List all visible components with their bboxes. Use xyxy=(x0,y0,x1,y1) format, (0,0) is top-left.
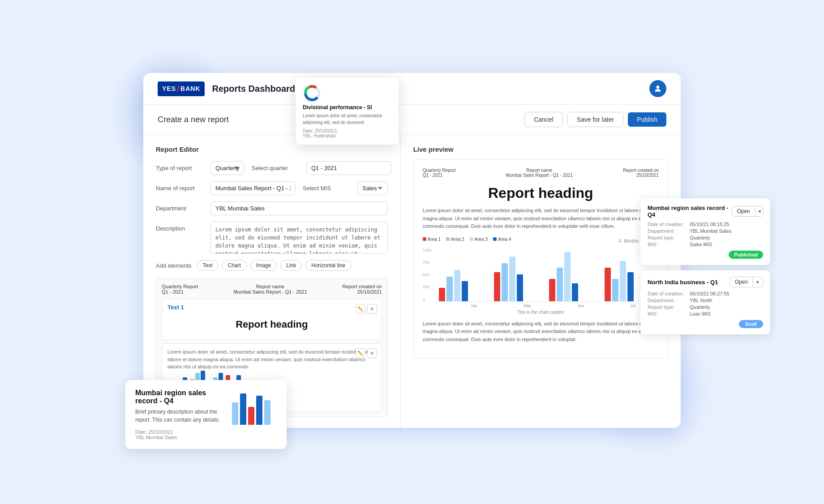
date-creation-row: Date of creation: 05/10/21 08:15:25 xyxy=(648,222,763,227)
side-card-mumbai: Mumbai region sales record - Q4 Open ▼ D… xyxy=(640,198,770,265)
chart-block-actions: ✏️ ✕ xyxy=(356,348,377,358)
cancel-button[interactable]: Cancel xyxy=(524,112,563,127)
description-label: Description xyxy=(156,222,205,232)
side-card-north: North India business - Q1 Open ▼ Date of… xyxy=(640,270,770,334)
tooltip-card: Divisional performance - SI Lorem ipsum … xyxy=(296,77,399,145)
element-chart-button[interactable]: Chart xyxy=(222,260,247,271)
live-quarterly-cell: Quarterly Report Q1 - 2021 xyxy=(423,168,456,178)
svg-point-4 xyxy=(657,85,660,89)
chart-legend: Area 1 Area 2 Area 3 Area 4 xyxy=(423,237,511,242)
header: YES / BANK Reports Dashboard xyxy=(143,73,681,105)
mini-bar-chart xyxy=(232,389,277,425)
delete-chart-button[interactable]: ✕ xyxy=(367,348,377,358)
open-btn-mumbai[interactable]: Open ▼ xyxy=(732,206,763,217)
status-row-card2: Draft xyxy=(648,320,763,328)
element-link-button[interactable]: Link xyxy=(280,260,302,271)
bar-group-apr xyxy=(439,270,489,301)
live-preview-heading: Report heading xyxy=(423,185,659,201)
legend-area2: Area 2 xyxy=(446,237,464,242)
department-row-card1: Department: YBL Mumbai Sales xyxy=(648,228,763,234)
open-btn-main-north[interactable]: Open xyxy=(730,277,752,287)
add-elements-row: Add elements Text Chart Image Link Horiz… xyxy=(156,260,388,271)
chart-x-labels: Apr May Jun Jul xyxy=(435,303,659,308)
element-image-button[interactable]: Image xyxy=(250,260,277,271)
tooltip-title: Divisional performance - SI xyxy=(303,104,391,111)
create-bar: Create a new report Cancel Save for late… xyxy=(143,105,681,135)
live-report-name-cell: Report name Mumbai Sales Report - Q1 - 2… xyxy=(506,168,573,178)
legend-area3: Area 3 xyxy=(470,237,488,242)
editor-heading-preview: Report heading xyxy=(167,314,376,335)
type-of-report-select[interactable]: Quarterly xyxy=(210,161,245,175)
date-creation-row-north: Date of creation: 05/10/21 06:27:55 xyxy=(648,291,763,296)
open-btn-main-mumbai[interactable]: Open xyxy=(732,206,754,216)
donut-chart-icon xyxy=(303,84,322,103)
status-row-card1: Published xyxy=(648,251,763,259)
published-badge: Published xyxy=(729,251,763,259)
main-card: YES / BANK Reports Dashboard Create a ne… xyxy=(143,73,681,428)
mis-row-card2: MIS: Loan MIS xyxy=(648,311,763,316)
mis-row-card1: MIS: Sales MIS xyxy=(648,242,763,247)
avatar[interactable] xyxy=(649,80,666,97)
name-of-report-input[interactable] xyxy=(210,181,296,195)
legend-area1: Area 1 xyxy=(423,237,441,242)
live-body-text-2: Lorem ipsum dolor sit amet, consectetur … xyxy=(423,320,659,344)
bottom-card-description: Brief primary description about the repo… xyxy=(135,408,225,424)
open-btn-north[interactable]: Open ▼ xyxy=(730,277,763,287)
side-card-header-mumbai: Mumbai region sales record - Q4 Open ▼ xyxy=(648,205,763,218)
name-mis-row: Name of report Select MIS Sales xyxy=(156,181,388,195)
text-block-1: Text 1 ✏️ ✕ Report heading xyxy=(162,299,382,340)
delete-text-block-button[interactable]: ✕ xyxy=(367,304,377,314)
report-type-row-card2: Report type: Quarterly xyxy=(648,304,763,310)
live-preview-box: Quarterly Report Q1 - 2021 Report name M… xyxy=(413,159,668,359)
live-created-cell: Report created on 25/10/2021 xyxy=(623,168,659,178)
bottom-card-title: Mumbai region sales record - Q4 xyxy=(135,389,225,405)
preview-top-row: Quarterly Report Q1 - 2021 Report name M… xyxy=(423,168,659,178)
edit-text-block-button[interactable]: ✏️ xyxy=(356,304,365,314)
name-of-report-label: Name of report xyxy=(156,181,205,192)
select-quarter-input[interactable] xyxy=(306,161,391,175)
report-type-row-card1: Report type: Quarterly xyxy=(648,235,763,240)
element-text-button[interactable]: Text xyxy=(197,260,219,271)
preview-panel: Live preview Quarterly Report Q1 - 2021 … xyxy=(401,135,681,428)
department-row-card2: Department: YBL North xyxy=(648,298,763,303)
bottom-left-card: Mumbai region sales record - Q4 Brief pr… xyxy=(125,380,287,449)
open-btn-arrow-mumbai[interactable]: ▼ xyxy=(755,207,763,216)
save-for-later-button[interactable]: Save for later xyxy=(567,112,623,127)
page-title: Reports Dashboard xyxy=(212,84,295,94)
text-block-label: Text 1 xyxy=(167,304,376,311)
side-card-title-mumbai: Mumbai region sales record - Q4 xyxy=(648,205,732,218)
element-horizontal-line-button[interactable]: Horizontal line xyxy=(305,260,351,271)
bottom-card-meta: Date: 25/10/2021 YBL Mumbai Sales xyxy=(135,429,225,440)
tooltip-body: Lorem ipsum dolor sit amet, consectetur … xyxy=(303,112,391,126)
text-block-actions: ✏️ ✕ xyxy=(356,304,377,314)
type-of-report-label: Type of report xyxy=(156,161,205,171)
type-quarter-row: Type of report Quarterly Select quarter xyxy=(156,161,388,175)
select-quarter-label: Select quarter xyxy=(252,161,301,171)
tooltip-meta: Date: 25/10/2021 YBL, Hyderabad xyxy=(303,128,391,138)
live-body-text: Lorem ipsum dolor sit amet, consectetur … xyxy=(423,207,659,231)
department-input[interactable] xyxy=(210,201,388,215)
add-elements-label: Add elements xyxy=(156,262,192,269)
chart-text-content: Lorem ipsum dolor sit amet, consectetur … xyxy=(167,348,376,371)
logo: YES / BANK xyxy=(158,81,205,96)
live-chart-area: Area 1 Area 2 Area 3 Area 4 X- Months Y-… xyxy=(423,237,659,315)
open-btn-arrow-north[interactable]: ▼ xyxy=(752,278,763,286)
side-card-header-north: North India business - Q1 Open ▼ xyxy=(648,277,763,287)
select-mis-label: Select MIS xyxy=(303,181,352,192)
preview-created-cell: Report created on 25/10/2021 xyxy=(343,284,382,295)
right-side-cards: Mumbai region sales record - Q4 Open ▼ D… xyxy=(640,198,770,334)
description-row: Description Lorem ipsum dolor sit amet, … xyxy=(156,222,388,254)
name-of-report-row: Name of report xyxy=(156,181,296,195)
draft-badge: Draft xyxy=(739,320,763,328)
edit-chart-button[interactable]: ✏️ xyxy=(356,348,365,358)
select-mis-row: Select MIS Sales xyxy=(303,181,388,195)
select-mis-select[interactable]: Sales xyxy=(357,181,388,195)
publish-button[interactable]: Publish xyxy=(628,112,666,127)
description-input[interactable]: Lorem ipsum dolor sit amet, consectetur … xyxy=(210,222,388,254)
bar-group-may xyxy=(494,256,545,301)
chart-wrapper: 1000 750 500 250 0 xyxy=(423,248,659,308)
bottom-card-text: Mumbai region sales record - Q4 Brief pr… xyxy=(135,389,225,440)
department-row: Department xyxy=(156,201,388,215)
department-label: Department xyxy=(156,201,205,212)
chart-caption: This is the chart caption xyxy=(423,310,659,315)
